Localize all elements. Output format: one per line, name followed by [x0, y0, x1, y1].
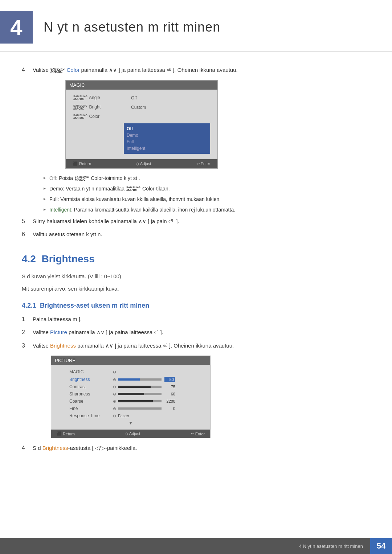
step-421-3-text: Valitse Brightness painamalla ∧∨ ] ja pa… — [33, 342, 234, 350]
pm-coarse-track — [118, 400, 162, 402]
step-number-421-4: 4 — [22, 444, 33, 451]
magic-angle-label: SAMSUNGMAGIC Angle — [73, 95, 131, 101]
pm-response-icon: ⊙ — [113, 414, 116, 418]
option-intelligent: Intelligent — [127, 145, 207, 152]
step-6: 6 Valittu asetus otetaan k ytt n. — [22, 230, 370, 239]
section-42: 4.2 Brightness S d kuvan yleist kirkkaut… — [22, 253, 370, 293]
adjust-btn: ◇ Adjust — [136, 161, 151, 166]
step-421-4-text: S d Brightness-asetusta [ ◁/▷-painikkeel… — [33, 444, 137, 452]
samsung-magic-label: SAMSUNGMAGIC — [50, 67, 65, 74]
pm-magic-icon: ⊙ — [113, 370, 116, 374]
magic-angle-row: SAMSUNGMAGIC Angle Off — [66, 93, 217, 103]
chapter-title: N yt n asetusten m ritt minen — [44, 20, 220, 35]
pm-sharpness-fill — [118, 393, 144, 395]
pm-contrast-row: Contrast ⊙ 75 — [51, 383, 210, 390]
pm-response-value: Faster — [118, 414, 129, 418]
section-421: 4.2.1 Brightness-aset uksen m ritt minen… — [22, 302, 370, 452]
step-421-4: 4 S d Brightness-asetusta [ ◁/▷-painikke… — [22, 444, 370, 452]
pm-sharpness-icon: ⊙ — [113, 392, 116, 397]
magic-color-dropdown: Off Demo Full Intelligent — [124, 123, 210, 154]
magic-color-label: SAMSUNGMAGIC Color — [73, 114, 131, 120]
pm-magic-row: MAGIC ⊙ — [51, 368, 210, 376]
step-number-5: 5 — [22, 217, 33, 225]
pm-contrast-icon: ⊙ — [113, 385, 116, 389]
picture-menu-body: MAGIC ⊙ Brightness ⊙ 50 — [51, 365, 210, 430]
pm-fine-value: 0 — [164, 406, 175, 411]
step-421-2: 2 Valitse Picture painamalla ∧∨ ] ja pai… — [22, 328, 370, 337]
pm-sharpness-value: 60 — [164, 392, 175, 396]
samsung-magic-color-brand: SAMSUNGMAGIC — [73, 114, 87, 120]
chapter-header: 4 N yt n asetusten m ritt minen — [0, 0, 392, 52]
pm-brightness-bar-area: ⊙ 50 — [113, 377, 210, 382]
step-number-421-1: 1 — [22, 315, 33, 323]
pm-enter-btn: ↩ Enter — [191, 431, 205, 436]
step-6-text: Valittu asetus otetaan k ytt n. — [33, 230, 102, 239]
bullet-demo: ▸ Demo: Vertaa n yt n normaalitilaa SAMS… — [44, 185, 370, 193]
samsung-magic-angle-brand: SAMSUNGMAGIC — [73, 95, 87, 101]
pm-fine-icon: ⊙ — [113, 406, 116, 411]
pm-sharpness-label: Sharpness — [69, 391, 113, 397]
pm-contrast-label: Contrast — [69, 384, 113, 389]
pm-response-bar-area: ⊙ Faster — [113, 414, 210, 418]
pm-contrast-bar-area: ⊙ 75 — [113, 385, 210, 389]
page-footer: 4 N yt n asetusten m ritt minen 54 — [0, 538, 392, 554]
bullet-intelligent: ▸ Intelligent: Paranna kromaattisuutta k… — [44, 206, 370, 214]
section-421-title: 4.2.1 Brightness-aset uksen m ritt minen — [22, 302, 370, 309]
pm-adjust-btn: ◇ Adjust — [125, 431, 140, 436]
bullet-intelligent-text: Intelligent: Paranna kromaattisuutta kva… — [49, 206, 235, 214]
section-42-title: 4.2 Brightness — [22, 253, 370, 265]
pm-coarse-fill — [118, 400, 153, 402]
picture-menu-footer: ⬛ Return ◇ Adjust ↩ Enter — [51, 430, 210, 438]
pm-contrast-fill — [118, 386, 151, 388]
pm-coarse-bar-area: ⊙ 2200 — [113, 399, 210, 404]
pm-contrast-track — [118, 386, 162, 388]
bullet-off: ▸ Off: Poista SAMSUNGMAGIC Color-toimint… — [44, 175, 370, 182]
option-demo: Demo — [127, 132, 207, 139]
magic-bright-label: SAMSUNGMAGIC Bright — [73, 104, 131, 110]
option-full: Full — [127, 139, 207, 145]
bullet-full: ▸ Full: Varmista eloisa kuvanlaatu kuvan… — [44, 196, 370, 203]
pm-sharpness-row: Sharpness ⊙ 60 — [51, 390, 210, 398]
samsung-magic-bright-brand: SAMSUNGMAGIC — [73, 104, 87, 110]
bullet-dot-3: ▸ — [44, 196, 46, 201]
step-number-421-2: 2 — [22, 328, 33, 336]
pm-coarse-icon: ⊙ — [113, 399, 116, 404]
pm-contrast-value: 75 — [164, 385, 175, 389]
return-btn: ⬛ Return — [73, 161, 91, 166]
picture-menu-screenshot: PICTURE MAGIC ⊙ Brightness ⊙ — [51, 356, 211, 438]
pm-brightness-label: Brightness — [69, 377, 113, 382]
bullet-full-text: Full: Varmista eloisa kuvanlaatu kuvan k… — [49, 196, 221, 203]
bullet-dot-4: ▸ — [44, 206, 46, 212]
magic-menu-screenshot: MAGIC SAMSUNGMAGIC Angle Off SAMSUNGMAGI… — [65, 80, 218, 169]
step-number-421-3: 3 — [22, 342, 33, 349]
bullet-dot-1: ▸ — [44, 175, 46, 180]
pm-sharpness-track — [118, 393, 162, 395]
magic-color-row: SAMSUNGMAGIC Color — [66, 112, 217, 122]
pm-return-btn: ⬛ Return — [57, 431, 75, 436]
step-number-6: 6 — [22, 230, 33, 238]
step-5-end: ⏎ ]. — [167, 217, 179, 226]
enter-btn: ↩ Enter — [196, 161, 210, 166]
magic-bright-value: Custom — [131, 105, 146, 110]
step-number-4: 4 — [22, 66, 33, 73]
pm-coarse-label: Coarse — [69, 399, 113, 404]
step-5: 5 Siirry haluamasi kielen kohdalle paina… — [22, 217, 370, 226]
footer-text: 4 N yt n asetusten m ritt minen — [299, 543, 370, 549]
step-421-3: 3 Valitse Brightness painamalla ∧∨ ] ja … — [22, 342, 370, 350]
step-5-text: Siirry haluamasi kielen kohdalle painama… — [33, 217, 167, 226]
magic-menu-title: MAGIC — [66, 81, 217, 90]
main-content: 4 Valitse SAMSUNGMAGIC Color painamalla … — [0, 59, 392, 473]
chapter-number: 4 — [0, 11, 33, 44]
step-4-text: Valitse SAMSUNGMAGIC Color painamalla ∧∨… — [33, 66, 238, 74]
pm-brightness-icon: ⊙ — [113, 377, 116, 382]
pm-fine-bar-area: ⊙ 0 — [113, 406, 210, 411]
pm-scroll-indicator: ▼ — [51, 419, 210, 427]
magic-bright-row: SAMSUNGMAGIC Bright Custom — [66, 103, 217, 112]
page-number: 54 — [370, 538, 392, 554]
step-4: 4 Valitse SAMSUNGMAGIC Color painamalla … — [22, 66, 370, 74]
pm-fine-label: Fine — [69, 406, 113, 411]
pm-fine-row: Fine ⊙ 0 — [51, 405, 210, 412]
bullet-dot-2: ▸ — [44, 185, 46, 191]
magic-menu-footer: ⬛ Return ◇ Adjust ↩ Enter — [66, 159, 217, 168]
bullet-demo-text: Demo: Vertaa n yt n normaalitilaa SAMSUN… — [49, 185, 170, 193]
